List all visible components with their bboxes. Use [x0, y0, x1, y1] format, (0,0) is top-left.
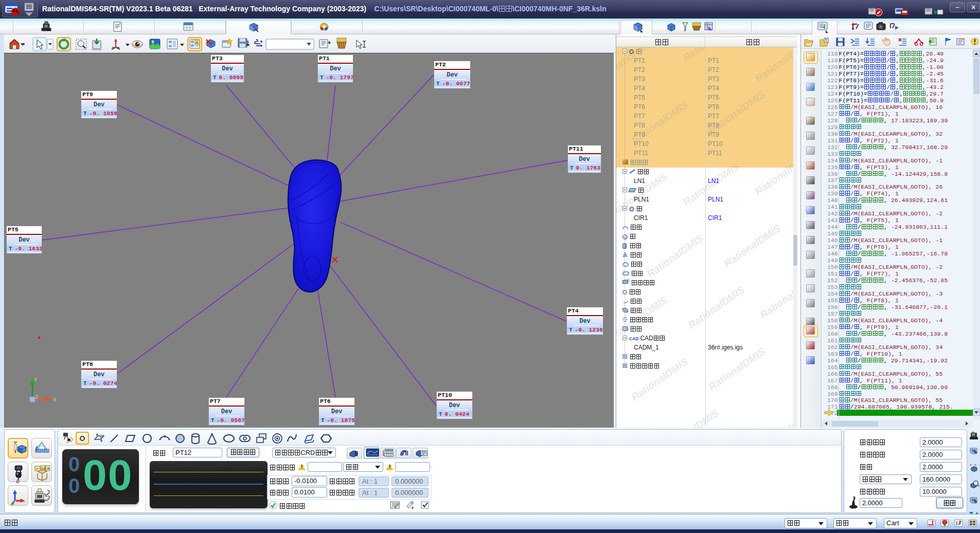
svg-text:Z: Z [35, 394, 39, 400]
svg-text:A: A [47, 466, 50, 471]
svg-text:Y: Y [34, 377, 38, 383]
svg-text:X: X [53, 397, 57, 403]
